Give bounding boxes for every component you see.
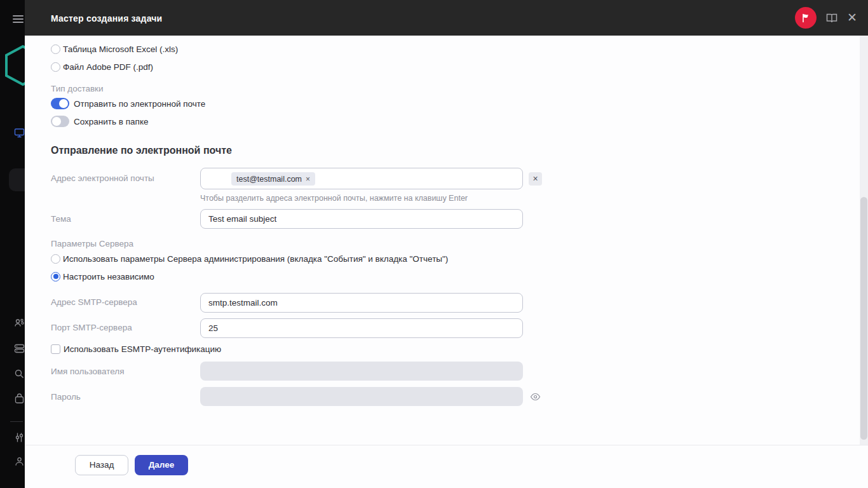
smtp-address-label: Адрес SMTP-сервера	[51, 297, 137, 307]
scrollbar[interactable]	[860, 36, 868, 445]
server-params-label: Параметры Сервера	[51, 239, 133, 248]
subject-label: Тема	[51, 214, 71, 224]
back-button-label: Назад	[76, 456, 128, 475]
toggle-send-email[interactable]	[51, 98, 69, 109]
scrollbar-thumb[interactable]	[860, 197, 867, 440]
notification-badge[interactable]	[795, 7, 817, 29]
smtp-port-input[interactable]	[200, 318, 523, 338]
email-address-label: Адрес электронной почты	[51, 173, 154, 183]
radio-format-xls[interactable]	[51, 44, 60, 54]
flag-icon	[800, 12, 811, 24]
radio-format-pdf[interactable]	[51, 62, 60, 72]
radio-format-xls-label: Таблица Microsoft Excel (.xls)	[63, 44, 178, 54]
modal-title: Мастер создания задачи	[51, 13, 162, 24]
marketplace-icon[interactable]	[14, 393, 25, 404]
esmtp-checkbox[interactable]	[51, 344, 60, 354]
sidebar	[0, 0, 25, 488]
delivery-type-label: Тип доставки	[51, 84, 104, 93]
email-chip[interactable]: test@testmail.com ×	[231, 172, 315, 186]
toggle-save-folder-label: Сохранить в папке	[74, 117, 148, 126]
radio-use-admin-server-label: Использовать параметры Сервера администр…	[63, 254, 448, 264]
smtp-address-input[interactable]	[200, 293, 523, 313]
section-heading: Отправление по электронной почте	[51, 145, 232, 156]
modal-header: Мастер создания задачи ✕	[25, 0, 868, 36]
back-button[interactable]: Назад	[75, 455, 128, 475]
search-icon[interactable]	[14, 369, 25, 379]
username-label: Имя пользователя	[51, 367, 125, 376]
email-chip-label: test@testmail.com	[236, 175, 302, 184]
users-icon[interactable]	[14, 318, 25, 329]
password-input	[200, 387, 523, 406]
footer-divider	[25, 445, 868, 445]
menu-icon[interactable]	[13, 15, 24, 23]
username-input	[200, 362, 523, 381]
smtp-port-label: Порт SMTP-сервера	[51, 323, 132, 332]
close-icon[interactable]: ✕	[846, 11, 858, 24]
clear-field-icon[interactable]: ×	[529, 172, 542, 186]
email-helper-text: Чтобы разделить адреса электронной почты…	[200, 194, 468, 203]
devices-icon[interactable]	[14, 128, 25, 139]
task-wizard-modal: Мастер создания задачи ✕ Таблица Microso…	[25, 0, 868, 488]
esmtp-checkbox-label: Использовать ESMTP-аутентификацию	[64, 344, 221, 354]
password-label: Пароль	[51, 392, 81, 402]
chip-remove-icon[interactable]: ×	[306, 175, 310, 184]
radio-use-admin-server[interactable]	[51, 254, 60, 264]
show-password-icon	[530, 391, 541, 402]
radio-configure-independently-label: Настроить независимо	[63, 272, 154, 281]
sidebar-divider	[10, 421, 23, 422]
app-window: Мастер создания задачи ✕ Таблица Microso…	[0, 0, 868, 488]
subject-input[interactable]	[200, 209, 523, 229]
next-button[interactable]: Далее	[135, 455, 188, 475]
book-icon[interactable]	[825, 11, 838, 24]
toggle-save-folder[interactable]	[51, 116, 69, 127]
account-icon[interactable]	[14, 456, 25, 467]
sidebar-selected-item[interactable]	[9, 168, 25, 191]
toggle-send-email-label: Отправить по электронной почте	[74, 99, 205, 109]
next-button-label: Далее	[135, 455, 188, 475]
repositories-icon[interactable]	[14, 343, 25, 354]
radio-configure-independently[interactable]	[51, 272, 60, 281]
settings-icon[interactable]	[14, 432, 25, 443]
radio-format-pdf-label: Файл Adobe PDF (.pdf)	[63, 62, 153, 72]
kaspersky-logo-icon	[4, 44, 25, 86]
